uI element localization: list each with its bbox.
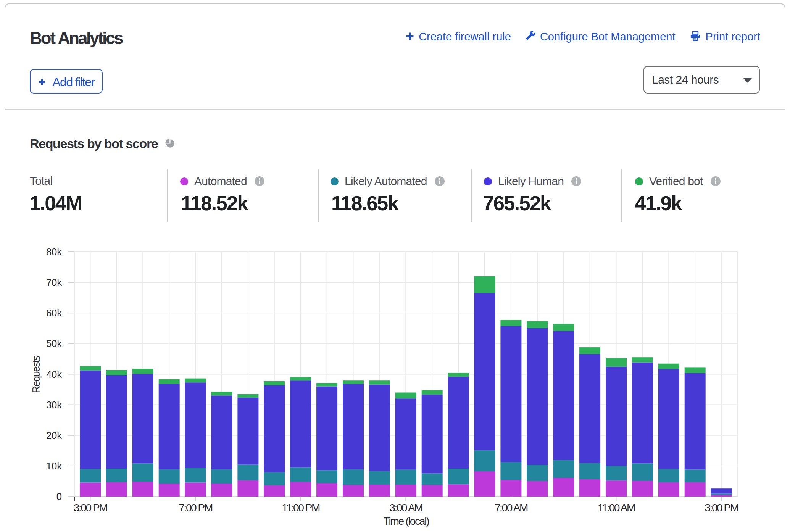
svg-text:11:00 PM: 11:00 PM xyxy=(282,502,320,514)
svg-text:0: 0 xyxy=(56,491,62,502)
svg-text:20k: 20k xyxy=(46,430,62,441)
svg-text:3:00 AM: 3:00 AM xyxy=(389,502,422,514)
svg-text:3:00 PM: 3:00 PM xyxy=(705,502,738,514)
svg-text:11:00 AM: 11:00 AM xyxy=(598,502,635,514)
svg-text:60k: 60k xyxy=(46,308,62,318)
svg-text:Time (local): Time (local) xyxy=(384,515,429,527)
svg-text:70k: 70k xyxy=(46,277,62,288)
svg-text:3:00 PM: 3:00 PM xyxy=(74,502,108,514)
svg-text:40k: 40k xyxy=(46,369,62,380)
svg-text:7:00 AM: 7:00 AM xyxy=(495,502,528,514)
svg-text:30k: 30k xyxy=(46,400,62,410)
svg-text:50k: 50k xyxy=(46,338,62,349)
svg-text:Requests: Requests xyxy=(31,356,42,393)
svg-text:7:00 PM: 7:00 PM xyxy=(179,502,213,514)
svg-text:10k: 10k xyxy=(46,461,62,471)
svg-text:80k: 80k xyxy=(46,247,62,257)
